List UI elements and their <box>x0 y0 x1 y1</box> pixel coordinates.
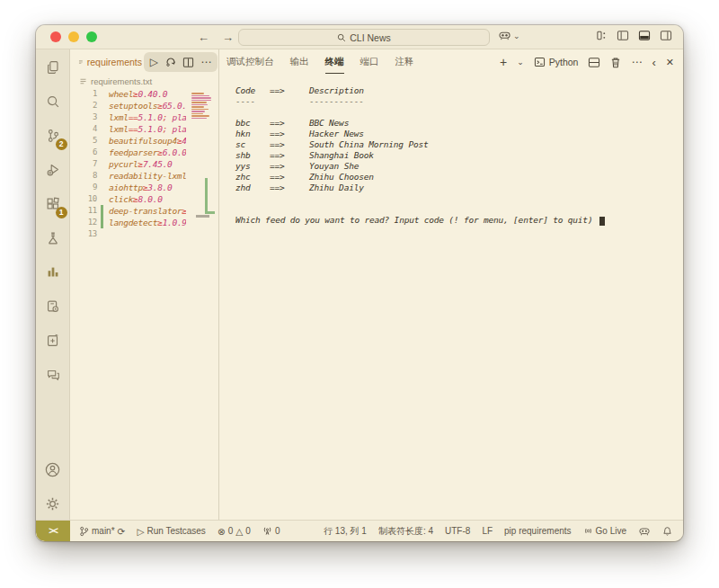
terminal-dropdown-icon[interactable]: ⌄ <box>517 58 524 67</box>
toggle-panel-icon[interactable] <box>638 30 651 41</box>
code-line-text: wheel≥0.40.0 <box>103 88 186 100</box>
chart-view-icon[interactable] <box>40 260 66 285</box>
traffic-lights <box>50 31 97 42</box>
ports-item[interactable]: 0 <box>262 526 280 536</box>
close-panel-icon[interactable]: ✕ <box>666 57 674 68</box>
panel-tab-4[interactable]: 注释 <box>395 50 414 74</box>
new-notebook-icon[interactable] <box>40 328 66 353</box>
customize-layout-icon[interactable] <box>596 30 608 41</box>
line-number: 12 <box>70 217 97 228</box>
code-line[interactable]: 9aiohttp≥3.8.0 <box>70 182 218 193</box>
sync-icon[interactable]: ⟳ <box>118 526 126 537</box>
branch-item[interactable]: main* ⟳ <box>79 526 125 537</box>
search-text: CLI News <box>350 32 391 43</box>
line-number: 2 <box>70 100 97 111</box>
toggle-secondary-sidebar-icon[interactable] <box>660 30 672 41</box>
scm-badge: 2 <box>56 138 67 150</box>
terminal-row: yys==>Youyan She <box>235 161 683 172</box>
back-icon[interactable]: ← <box>198 31 209 44</box>
rerun-icon[interactable] <box>164 56 177 68</box>
code-line[interactable]: 6feedparser≥6.0.0 <box>70 147 218 158</box>
copilot-icon[interactable] <box>498 30 511 41</box>
maximize-panel-icon[interactable]: ‹ <box>652 56 655 69</box>
more-actions-icon[interactable]: ⋯ <box>200 56 211 68</box>
panel-tab-0[interactable]: 调试控制台 <box>226 50 274 74</box>
terminal-row: sc==>South China Morning Post <box>235 139 683 150</box>
text-file-icon <box>78 58 84 67</box>
close-window-button[interactable] <box>50 31 61 42</box>
line-number: 3 <box>70 111 97 123</box>
account-icon[interactable] <box>40 457 66 482</box>
search-icon <box>337 33 346 42</box>
new-terminal-icon[interactable]: + <box>500 55 507 69</box>
minimize-window-button[interactable] <box>68 31 79 42</box>
warning-icon: △ <box>235 526 243 537</box>
line-number: 7 <box>70 158 97 170</box>
code-line[interactable]: 5beautifulsoup4≥4 <box>70 135 218 147</box>
terminal-row: bbc==>BBC News <box>235 118 683 129</box>
source-control-icon[interactable]: 2 <box>40 123 66 148</box>
panel-actions: + ⌄ Python ⋯ ‹ ✕ <box>500 49 674 75</box>
explorer-icon[interactable] <box>40 55 66 80</box>
code-line[interactable]: 10click≥8.0.0 <box>70 193 218 205</box>
radio-tower-icon <box>262 526 272 536</box>
chevron-down-icon[interactable]: ⌄ <box>513 31 520 40</box>
vscode-window: ← → CLI News ⌄ <box>36 25 683 541</box>
forward-icon[interactable]: → <box>222 31 234 44</box>
code-line-text: feedparser≥6.0.0 <box>103 147 186 158</box>
copilot-status-icon[interactable] <box>638 526 651 537</box>
run-file-icon[interactable]: ▷ <box>150 56 158 68</box>
indentation[interactable]: 制表符长度: 4 <box>378 525 433 538</box>
line-number: 4 <box>70 123 97 135</box>
code-line[interactable]: 8readability-lxml <box>70 170 218 182</box>
breadcrumb[interactable]: requirements.txt <box>70 75 218 88</box>
language-mode[interactable]: pip requirements <box>504 526 571 536</box>
comments-icon[interactable] <box>40 362 66 388</box>
run-debug-icon[interactable] <box>40 157 66 183</box>
split-editor-icon[interactable] <box>182 57 194 68</box>
code-line[interactable]: 12langdetect≥1.0.9 <box>70 217 218 228</box>
search-view-icon[interactable] <box>40 89 66 114</box>
eol[interactable]: LF <box>482 526 493 536</box>
project-settings-icon[interactable] <box>40 294 66 319</box>
terminal-cursor <box>599 217 605 226</box>
panel-tabs: 调试控制台输出终端端口注释 <box>226 50 414 74</box>
panel-tab-1[interactable]: 输出 <box>290 50 309 74</box>
tab-requirements[interactable]: requirements <box>70 49 142 75</box>
testing-icon[interactable] <box>40 226 66 251</box>
line-number: 10 <box>70 193 97 205</box>
tab-label: requirements <box>87 57 142 67</box>
terminal-instance[interactable]: Python <box>534 57 579 67</box>
line-number: 1 <box>70 88 97 100</box>
minimap[interactable] <box>191 93 217 120</box>
panel-tab-3[interactable]: 端口 <box>360 50 379 74</box>
encoding[interactable]: UTF-8 <box>445 526 470 536</box>
zoom-window-button[interactable] <box>86 31 97 42</box>
command-center-search[interactable]: CLI News <box>238 29 490 46</box>
code-line[interactable]: 7pycurl≥7.45.0 <box>70 158 218 170</box>
split-terminal-icon[interactable] <box>588 57 600 68</box>
toggle-primary-sidebar-icon[interactable] <box>617 30 629 41</box>
panel-more-icon[interactable]: ⋯ <box>631 56 642 68</box>
problems-item[interactable]: ⊗ 0 △ 0 <box>217 526 251 537</box>
error-count: 0 <box>228 526 234 536</box>
go-live-item[interactable]: Go Live <box>583 526 626 536</box>
code-line[interactable]: 13 <box>70 228 218 240</box>
settings-gear-icon[interactable] <box>40 491 66 516</box>
line-number: 13 <box>70 228 97 240</box>
run-testcases-item[interactable]: ▷ Run Testcases <box>137 526 205 537</box>
code-line-text: lxml==5.1.0; plat <box>103 123 186 135</box>
panel: 调试控制台输出终端端口注释 + ⌄ Python ⋯ ‹ ✕ <box>219 49 683 520</box>
overview-ruler-added-mark <box>205 178 208 214</box>
cursor-position[interactable]: 行 13, 列 1 <box>324 525 367 538</box>
extensions-icon[interactable]: 1 <box>40 192 66 217</box>
code-line-text: lxml==5.1.0; plat <box>103 111 186 123</box>
code-line[interactable]: 4lxml==5.1.0; plat <box>70 123 218 135</box>
code-editor[interactable]: 1wheel≥0.40.02setuptools≥65.0.3lxml==5.1… <box>70 88 218 520</box>
play-icon: ▷ <box>137 526 144 537</box>
terminal-output[interactable]: Code==>Description--------------- bbc==>… <box>219 75 683 520</box>
bell-icon[interactable] <box>662 526 672 537</box>
kill-terminal-icon[interactable] <box>610 57 621 68</box>
panel-tab-2[interactable]: 终端 <box>325 50 344 74</box>
remote-indicator[interactable]: >< <box>36 521 70 541</box>
